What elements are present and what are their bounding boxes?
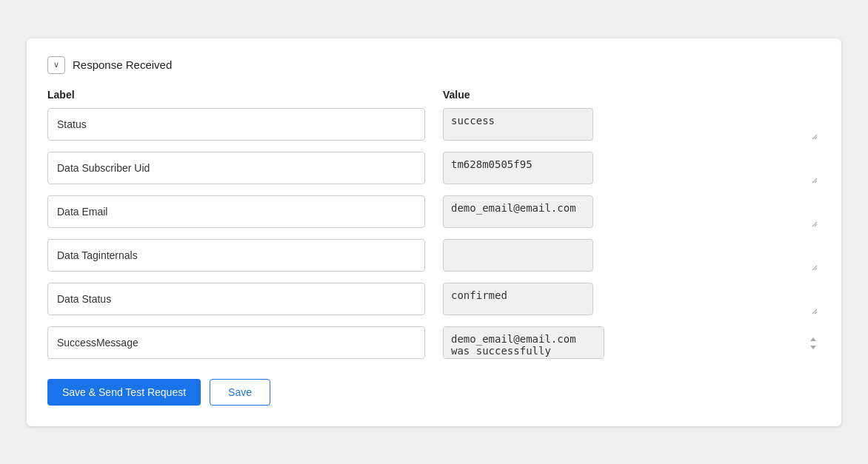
- response-panel: ∨ Response Received Label Value: [27, 38, 841, 426]
- value-field-0[interactable]: [443, 108, 593, 141]
- label-field-1[interactable]: [47, 152, 425, 184]
- scroll-icon: [809, 336, 818, 351]
- value-wrapper-5: [443, 326, 821, 361]
- value-field-4[interactable]: [443, 283, 593, 315]
- value-wrapper-4: [443, 283, 821, 317]
- collapse-button[interactable]: ∨: [47, 56, 65, 74]
- label-field-0[interactable]: [47, 108, 425, 141]
- resize-icon: [810, 220, 818, 227]
- svg-line-9: [815, 312, 817, 314]
- table-row: [47, 283, 821, 317]
- fields-container: [47, 108, 821, 361]
- svg-line-6: [812, 266, 817, 270]
- table-row: [47, 152, 821, 186]
- value-field-2[interactable]: [443, 195, 593, 228]
- value-wrapper-0: [443, 108, 821, 143]
- svg-marker-11: [810, 346, 816, 349]
- svg-marker-10: [810, 337, 816, 341]
- value-wrapper-2: [443, 195, 821, 230]
- table-row: [47, 239, 821, 274]
- value-wrapper-3: [443, 239, 821, 274]
- table-row: [47, 108, 821, 143]
- svg-line-0: [812, 135, 817, 139]
- section-title: Response Received: [73, 58, 172, 71]
- svg-line-4: [812, 222, 817, 226]
- resize-icon: [810, 176, 818, 184]
- resize-icon: [810, 132, 818, 140]
- chevron-down-icon: ∨: [53, 60, 59, 70]
- value-field-5[interactable]: [443, 326, 604, 359]
- resize-icon: [810, 263, 818, 271]
- save-send-test-button[interactable]: Save & Send Test Request: [47, 379, 201, 406]
- svg-line-3: [815, 181, 817, 183]
- svg-line-2: [812, 178, 817, 183]
- value-field-3[interactable]: [443, 239, 593, 272]
- label-field-3[interactable]: [47, 239, 425, 272]
- label-column-header: Label: [47, 89, 425, 101]
- resize-icon: [810, 307, 818, 315]
- section-header: ∨ Response Received: [47, 56, 821, 74]
- columns-header: Label Value: [47, 89, 821, 101]
- label-field-4[interactable]: [47, 283, 425, 315]
- label-field-2[interactable]: [47, 195, 425, 228]
- value-wrapper-1: [443, 152, 821, 186]
- svg-line-1: [815, 137, 817, 139]
- svg-line-8: [812, 309, 817, 314]
- table-row: [47, 195, 821, 230]
- svg-line-7: [815, 268, 817, 270]
- svg-line-5: [815, 224, 817, 226]
- save-button[interactable]: Save: [210, 379, 270, 406]
- table-row: [47, 326, 821, 361]
- value-field-1[interactable]: [443, 152, 593, 184]
- label-field-5[interactable]: [47, 326, 425, 359]
- footer-buttons: Save & Send Test Request Save: [47, 379, 821, 406]
- value-column-header: Value: [443, 89, 821, 101]
